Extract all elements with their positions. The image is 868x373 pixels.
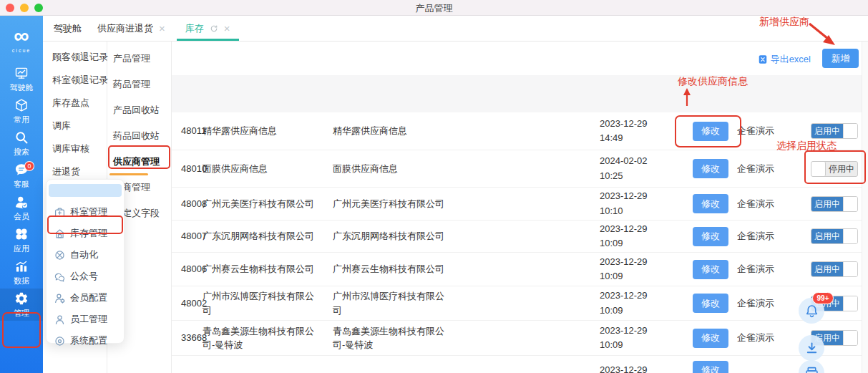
table-row: 48008 广州元美医疗科技有限公司 广州元美医疗科技有限公司 2023-12-… [172,188,868,221]
store-name: 企雀演示 [737,331,805,345]
tab-bar: 驾驶舱 供应商进退货 × 库存 × [43,16,868,42]
popup-menu-item[interactable]: 库存管理 [47,223,124,244]
main-nav-item[interactable]: 会员 [0,192,43,224]
app-logo[interactable]: ∞ cicue [0,16,43,63]
floating-action-button[interactable]: 99+ [799,298,824,324]
table-row: 48011 精华露供应商信息 精华露供应商信息 2023-12-29 14:49… [172,112,868,150]
inventory-menu-item[interactable]: 调库 [43,115,107,137]
popup-menu-item[interactable]: 科室管理 [47,201,124,223]
modify-button[interactable]: 修改 [693,260,728,279]
notification-count-badge: 99+ [812,292,834,304]
modify-button[interactable]: 修改 [693,122,728,141]
created-time: 2023-12-29 10:10 [600,189,668,218]
settings-popup-menu: 科室管理 库存管理 自动化 公众号 会员配置 员工管理 系统配置 [46,179,125,344]
popup-highlighted-item[interactable] [49,184,122,197]
official-account-icon [54,271,65,282]
tab[interactable]: 驾驶舱 [54,16,82,41]
supplier-id: 48006 [172,262,203,276]
company-name: 精华露供应商信息 [203,124,333,138]
staff-icon [54,314,65,325]
product-menu-item[interactable]: 药品回收站 [107,123,171,149]
supplier-table-panel: 导出excel 新增 48011 精华露供应商信息 精华露供应商信息 2023-… [172,42,868,373]
inventory-menu-item[interactable]: 科室领退记录 [43,69,107,92]
modify-button[interactable]: 修改 [693,227,728,246]
refresh-icon[interactable] [210,24,218,33]
table-row: 48006 广州赛云生物科技有限公司 广州赛云生物科技有限公司 2023-12-… [172,253,868,286]
printer-icon [804,366,819,373]
popup-menu-item[interactable]: 自动化 [47,244,124,266]
vertical-scrollbar[interactable] [862,42,868,373]
download-icon [804,341,819,356]
company-short-name: 精华露供应商信息 [333,124,464,138]
modify-button[interactable]: 修改 [693,361,728,373]
main-nav-item[interactable]: 应用 [0,224,43,256]
main-nav-item[interactable]: 数据 [0,256,43,289]
inventory-menu-item[interactable]: 顾客领退记录 [43,46,107,69]
search-icon [14,130,29,145]
app-window: 产品管理 ∞ cicue 驾驶舱 常用 搜索 [0,0,868,373]
created-time: 2023-12-29 14:49 [600,117,668,145]
add-button[interactable]: 新增 [822,49,859,68]
company-short-name: 广州市泓博医疗科技有限公司 [333,289,464,317]
table-row: 2023-12-29 修改 [172,356,868,373]
member-icon [14,195,29,209]
export-excel-button[interactable]: 导出excel [758,53,811,66]
modify-button[interactable]: 修改 [693,294,728,313]
popup-menu-item[interactable]: 公众号 [47,266,124,287]
created-time: 2024-02-02 10:25 [600,154,668,183]
product-menu-item[interactable]: 药品管理 [107,72,171,97]
status-toggle[interactable]: 启用中 [811,123,858,139]
store-name: 企雀演示 [737,229,805,243]
floating-action-button[interactable] [799,360,824,373]
product-menu-item[interactable]: 供应商管理 [107,149,171,175]
product-menu-item[interactable]: 产品回收站 [107,97,171,123]
table-row: 48010 面膜供应商信息 面膜供应商信息 2024-02-02 10:25 修… [172,150,868,188]
status-toggle[interactable]: 启用中 [811,228,858,244]
status-toggle[interactable]: 启用中 [811,196,858,212]
status-toggle[interactable]: 停用中 [811,161,858,177]
member-config-icon [54,293,65,304]
modify-button[interactable]: 修改 [693,329,728,348]
close-icon[interactable]: × [159,23,165,34]
product-menu-item[interactable]: 产品管理 [107,46,171,72]
created-time: 2023-12-29 10:09 [600,222,668,251]
logo-infinity-icon: ∞ [14,26,29,45]
tab[interactable]: 供应商进退货 × [97,16,165,41]
excel-icon [758,54,768,64]
popup-menu-item[interactable]: 员工管理 [47,309,124,330]
status-toggle[interactable]: 启用中 [811,261,858,277]
tab[interactable]: 库存 × [177,16,239,41]
data-icon [14,259,29,273]
main-nav-item[interactable]: 驾驶舱 [0,63,43,95]
inventory-menu-item[interactable]: 调库审核 [43,137,107,160]
supplier-id: 48011 [172,124,203,138]
store-name: 企雀演示 [737,162,805,176]
company-name: 广州市泓博医疗科技有限公司 [203,289,333,317]
company-name: 广州赛云生物科技有限公司 [203,262,333,276]
created-time: 2023-12-29 10:09 [600,289,668,317]
table-row: 33668 青岛鑫美源生物科技有限公司-曼特波 青岛鑫美源生物科技有限公司-曼特… [172,321,868,356]
dashboard-icon [14,66,29,80]
close-icon[interactable]: × [224,23,230,34]
medkit-icon [54,207,65,218]
table-body: 48011 精华露供应商信息 精华露供应商信息 2023-12-29 14:49… [172,112,868,373]
floating-action-button[interactable] [799,335,824,361]
company-name: 面膜供应商信息 [203,162,333,176]
table-row: 48002 广州市泓博医疗科技有限公司 广州市泓博医疗科技有限公司 2023-1… [172,286,868,321]
notification-badge: 0 [24,161,34,171]
company-short-name: 青岛鑫美源生物科技有限公司-曼特波 [333,324,464,352]
supplier-id: 48010 [172,162,203,176]
inventory-menu-item[interactable]: 库存盘点 [43,92,107,115]
automation-icon [54,250,65,261]
supplier-id: 48007 [172,229,203,243]
main-nav-item[interactable]: 0 客服 [0,160,43,192]
main-nav-item[interactable]: 常用 [0,95,43,127]
modify-button[interactable]: 修改 [693,159,728,178]
popup-menu-item[interactable]: 会员配置 [47,287,124,309]
main-nav-item[interactable]: 搜索 [0,127,43,160]
supplier-id: 48002 [172,296,203,311]
popup-menu-item[interactable]: 系统配置 [47,330,124,352]
modify-button[interactable]: 修改 [693,194,728,213]
main-nav: 驾驶舱 常用 搜索 0 客服 会员 [0,63,43,321]
main-nav-item[interactable]: 管理 [0,289,43,321]
